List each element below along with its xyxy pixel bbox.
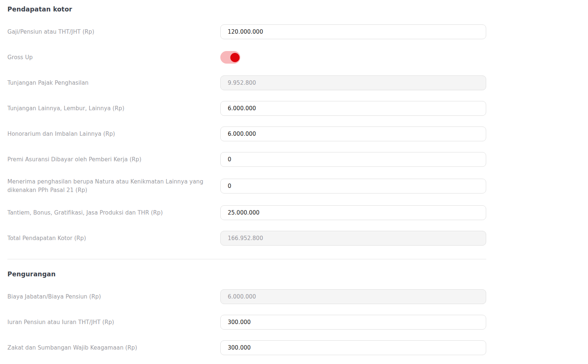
natura-label: Menerima penghasilan berupa Natura atau … xyxy=(7,178,220,195)
row-natura: Menerima penghasilan berupa Natura atau … xyxy=(7,178,486,195)
gaji-pensiun-label: Gaji/Pensiun atau THT/JHT (Rp) xyxy=(7,28,220,36)
honorarium-label: Honorarium dan Imbalan Lainnya (Rp) xyxy=(7,130,220,138)
row-biaya-jabatan: Biaya Jabatan/Biaya Pensiun (Rp) xyxy=(7,289,486,304)
gross-up-label: Gross Up xyxy=(7,53,220,62)
section-title-pengurangan: Pengurangan xyxy=(7,270,486,278)
tax-form: Pendapatan kotor Gaji/Pensiun atau THT/J… xyxy=(0,0,486,355)
honorarium-input[interactable] xyxy=(220,127,486,141)
premi-asuransi-input[interactable] xyxy=(220,152,486,167)
premi-asuransi-label: Premi Asuransi Dibayar oleh Pemberi Kerj… xyxy=(7,155,220,164)
row-gaji-pensiun: Gaji/Pensiun atau THT/JHT (Rp) xyxy=(7,24,486,39)
natura-input[interactable] xyxy=(220,179,486,193)
gross-up-toggle[interactable] xyxy=(220,51,240,64)
tunjangan-pajak-label: Tunjangan Pajak Penghasilan xyxy=(7,79,220,87)
row-honorarium: Honorarium dan Imbalan Lainnya (Rp) xyxy=(7,127,486,141)
total-pendapatan-kotor-input xyxy=(220,231,486,246)
section-title-pendapatan-kotor: Pendapatan kotor xyxy=(7,5,486,13)
gaji-pensiun-input[interactable] xyxy=(220,24,486,39)
zakat-input[interactable] xyxy=(220,340,486,355)
tunjangan-pajak-input xyxy=(220,75,486,90)
row-gross-up: Gross Up xyxy=(7,50,486,65)
iuran-pensiun-label: Iuran Pensiun atau Iuran THT/JHT (Rp) xyxy=(7,318,220,327)
row-tunjangan-pajak: Tunjangan Pajak Penghasilan xyxy=(7,75,486,90)
tantiem-label: Tantiem, Bonus, Gratifikasi, Jasa Produk… xyxy=(7,209,220,217)
toggle-knob-icon xyxy=(230,53,240,62)
row-iuran-pensiun: Iuran Pensiun atau Iuran THT/JHT (Rp) xyxy=(7,315,486,330)
biaya-jabatan-input xyxy=(220,289,486,304)
section-divider xyxy=(7,259,486,259)
row-premi-asuransi: Premi Asuransi Dibayar oleh Pemberi Kerj… xyxy=(7,152,486,167)
biaya-jabatan-label: Biaya Jabatan/Biaya Pensiun (Rp) xyxy=(7,293,220,301)
total-pendapatan-kotor-label: Total Pendapatan Kotor (Rp) xyxy=(7,234,220,243)
row-total-pendapatan-kotor: Total Pendapatan Kotor (Rp) xyxy=(7,231,486,246)
row-zakat: Zakat dan Sumbangan Wajib Keagamaan (Rp) xyxy=(7,340,486,355)
row-tantiem: Tantiem, Bonus, Gratifikasi, Jasa Produk… xyxy=(7,205,486,220)
iuran-pensiun-input[interactable] xyxy=(220,315,486,330)
tantiem-input[interactable] xyxy=(220,205,486,220)
zakat-label: Zakat dan Sumbangan Wajib Keagamaan (Rp) xyxy=(7,344,220,352)
tunjangan-lainnya-input[interactable] xyxy=(220,101,486,116)
row-tunjangan-lainnya: Tunjangan Lainnya, Lembur, Lainnya (Rp) xyxy=(7,101,486,116)
tunjangan-lainnya-label: Tunjangan Lainnya, Lembur, Lainnya (Rp) xyxy=(7,104,220,113)
